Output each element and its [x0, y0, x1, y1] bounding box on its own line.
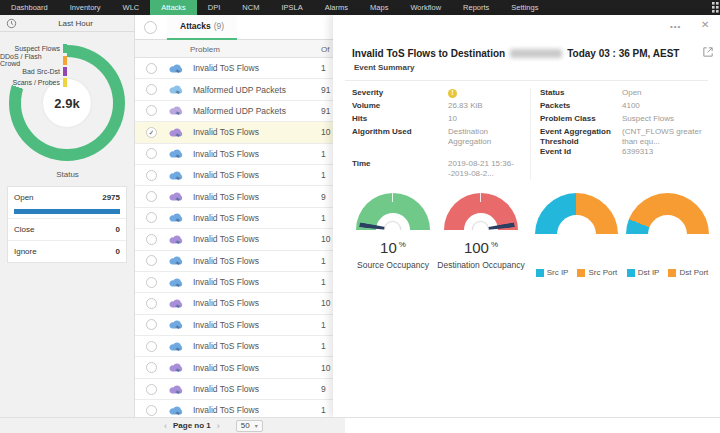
status-row[interactable]: Ignore 0 [8, 241, 126, 262]
attack-row[interactable]: ✓ Invalid ToS Flows 1 [135, 400, 345, 417]
status-row[interactable]: Close 0 [8, 219, 126, 241]
legend-tick [63, 56, 67, 65]
attack-row[interactable]: ✓ Invalid ToS Flows 9 [135, 379, 345, 400]
source-occupancy-gauge: 10% Source Occupancy [347, 193, 439, 270]
prev-page-icon[interactable]: ‹ [162, 421, 169, 431]
close-icon[interactable]: ✕ [701, 19, 709, 30]
attack-row[interactable]: ✓ Invalid ToS Flows 10 [135, 293, 345, 314]
nav-item[interactable]: Reports [452, 0, 500, 15]
legend-swatch [668, 269, 676, 277]
row-select-radio[interactable]: ✓ [146, 255, 157, 266]
legend-swatch [577, 269, 585, 277]
attack-row[interactable]: ✓ Invalid ToS Flows 1 [135, 58, 345, 79]
legend-item: DDoS / Flash Crowd [0, 54, 67, 65]
attack-row[interactable]: ✓ Invalid ToS Flows 1 [135, 251, 345, 272]
row-select-radio[interactable]: ✓ [146, 148, 157, 159]
destination-occupancy-gauge: 100% Destination Occupancy [435, 193, 527, 270]
nav-item[interactable]: Alarms [314, 0, 359, 15]
caret-down-icon: ▾ [255, 422, 258, 429]
event-charts: 10% Source Occupancy 100% Destination Oc… [333, 193, 720, 311]
status-bar [14, 209, 120, 214]
legend-tick [63, 78, 67, 87]
app-window: DashboardInventoryWLCAttacksDPINCMIPSLAA… [0, 0, 720, 433]
tab-bar: Attacks (9) [135, 15, 345, 40]
attack-row[interactable]: ✓ Malformed UDP Packets 91 [135, 79, 345, 100]
destination-donut-legend: Dst IP Dst Port [620, 268, 715, 277]
more-options-icon[interactable]: ••• [670, 22, 681, 31]
row-select-radio[interactable]: ✓ [146, 234, 157, 245]
tab-attacks[interactable]: Attacks (9) [167, 15, 237, 40]
summary-fields-left: Severity ! Volume 26.83 KiB Hits [352, 88, 528, 179]
clock-icon [6, 18, 17, 29]
cloud-icon [168, 105, 184, 116]
nav-item[interactable]: Workflow [399, 0, 452, 15]
sidebar-header: Last Hour [0, 15, 134, 32]
row-select-radio[interactable]: ✓ [146, 191, 157, 202]
attack-row[interactable]: ✓ Invalid ToS Flows 1 [135, 208, 345, 229]
nav-item[interactable]: NCM [231, 0, 270, 15]
attack-row[interactable]: ✓ Invalid ToS Flows 1 [135, 315, 345, 336]
row-select-radio[interactable]: ✓ [146, 319, 157, 330]
attack-row[interactable]: ✓ Invalid ToS Flows 9 [135, 186, 345, 207]
cloud-icon [168, 127, 184, 138]
attack-row[interactable]: ✓ Invalid ToS Flows 1 [135, 336, 345, 357]
nav-item[interactable]: Inventory [59, 0, 112, 15]
redacted-destination-ip [510, 49, 562, 58]
row-select-radio[interactable]: ✓ [146, 277, 157, 288]
top-nav: DashboardInventoryWLCAttacksDPINCMIPSLAA… [0, 0, 720, 15]
nav-item[interactable]: WLC [112, 0, 151, 15]
nav-item[interactable]: Attacks [150, 0, 197, 15]
legend-swatch [536, 269, 544, 277]
summary-fields-right: Status Open Packets 4100 Problem Class S… [540, 88, 712, 160]
open-new-window-icon[interactable] [703, 47, 713, 57]
row-select-radio[interactable]: ✓ [146, 105, 157, 116]
cloud-icon [168, 384, 184, 395]
next-page-icon[interactable]: › [215, 421, 222, 431]
nav-item[interactable]: Settings [500, 0, 549, 15]
attack-row[interactable]: ✓ Invalid ToS Flows 1 [135, 272, 345, 293]
status-row[interactable]: Open 2975 [8, 187, 126, 219]
row-select-radio[interactable]: ✓ [146, 362, 157, 373]
status-title: Status [0, 170, 135, 179]
attack-row[interactable]: ✓ Invalid ToS Flows 10 [135, 229, 345, 250]
legend-swatch [627, 269, 635, 277]
field-row: Time 2019-08-21 15:36--2019-08-2... [352, 159, 528, 179]
gauge-tick [392, 193, 393, 202]
row-select-radio[interactable]: ✓ [146, 63, 157, 74]
nav-item[interactable]: Maps [359, 0, 399, 15]
attack-row[interactable]: ✓ Invalid ToS Flows 10 [135, 357, 345, 378]
attacks-list-panel: Attacks (9) Problem Of ✓ Invalid ToS Flo… [135, 15, 345, 417]
row-select-radio[interactable]: ✓ [146, 384, 157, 395]
nav-item[interactable]: DPI [197, 0, 232, 15]
table-header: Problem Of [135, 40, 345, 58]
select-all-radio[interactable] [144, 21, 157, 34]
cloud-icon [168, 341, 184, 352]
legend-item: Scans / Probes [0, 77, 67, 88]
nav-item[interactable]: IPSLA [270, 0, 313, 15]
row-select-radio[interactable]: ✓ [146, 170, 157, 181]
cloud-icon [168, 277, 184, 288]
field-row: Algorithm Used Destination Aggregation [352, 127, 528, 147]
row-select-radio[interactable]: ✓ [146, 127, 157, 138]
donut-legend: Suspect Flows DDoS / Flash Crowd Bad Src… [0, 43, 67, 89]
cloud-icon [168, 405, 184, 416]
apps-grid-icon[interactable] [712, 2, 719, 13]
attack-row[interactable]: ✓ Malformed UDP Packets 91 [135, 101, 345, 122]
attack-row[interactable]: ✓ Invalid ToS Flows 1 [135, 144, 345, 165]
attack-row[interactable]: ✓ Invalid ToS Flows 10 [135, 122, 345, 143]
row-select-radio[interactable]: ✓ [146, 341, 157, 352]
divider [345, 80, 708, 81]
attack-row[interactable]: ✓ Invalid ToS Flows 1 [135, 165, 345, 186]
row-select-radio[interactable]: ✓ [146, 298, 157, 309]
event-detail-panel: ••• ✕ Invalid ToS Flows to Destination T… [333, 15, 720, 417]
sidebar-title: Last Hour [17, 19, 134, 28]
field-row: Packets 4100 [540, 101, 712, 114]
nav-item[interactable]: Dashboard [0, 0, 59, 15]
row-select-radio[interactable]: ✓ [146, 212, 157, 223]
check-icon: ✓ [149, 129, 155, 136]
gauge-label: Destination Occupancy [435, 260, 527, 270]
row-select-radio[interactable]: ✓ [146, 84, 157, 95]
column-divider [530, 88, 531, 180]
row-select-radio[interactable]: ✓ [146, 405, 157, 416]
page-size-select[interactable]: 50 ▾ [236, 420, 263, 432]
